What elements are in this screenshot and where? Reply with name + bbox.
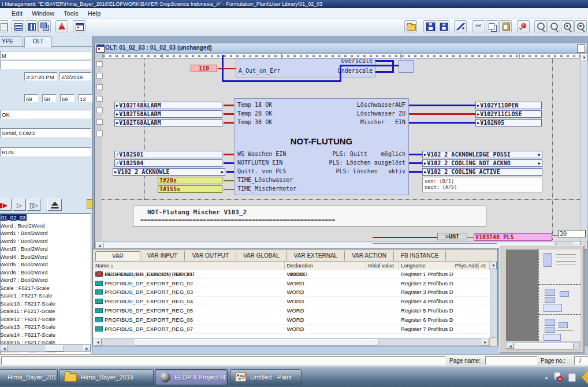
run-red-button[interactable]: ▮▶ <box>0 199 12 211</box>
copy-icon[interactable] <box>486 20 498 32</box>
input-tag-v102t58alarm[interactable]: ▶V102T58ALARM <box>114 110 222 118</box>
table-row[interactable]: PROFIBUS_DP_EXPORT_REG_03 WORD Register … <box>94 288 490 297</box>
taskbar-button-paint[interactable]: Untitled - Paint <box>230 369 302 385</box>
scroll-left-icon[interactable]: ◄ <box>507 343 514 349</box>
var-tab[interactable]: VAR <box>95 251 140 261</box>
tray-program-icon[interactable] <box>568 373 576 382</box>
secondary-field[interactable] <box>0 61 91 69</box>
step-button[interactable]: ▯▷ <box>27 199 40 211</box>
taskbar-button-hima-bayer-2[interactable]: Hima_Bayer_2019 <box>59 369 154 385</box>
input-tag-v102s01[interactable]: /V102S01 <box>114 151 222 158</box>
tile-horizontal-icon[interactable] <box>12 20 24 32</box>
date-field[interactable]: 2/2/2019 <box>59 72 91 81</box>
counter-field[interactable]: 12 <box>78 94 92 102</box>
zoom-2-icon[interactable] <box>548 20 560 32</box>
window-icon[interactable] <box>73 20 85 32</box>
counter-field[interactable]: 69 <box>24 94 39 102</box>
list-item[interactable]: Scale10 : F6217-Scale <box>1 300 91 308</box>
column-header-name[interactable]: Name ▵ <box>94 262 285 270</box>
column-header-declaration[interactable]: Declaration <box>285 262 366 270</box>
column-header-initial-value[interactable]: Initial value <box>366 262 399 270</box>
taskbar-button-elop[interactable]: ELOP II Project M... <box>155 369 228 385</box>
value-box-30[interactable]: 30 <box>558 230 586 237</box>
window-button[interactable] <box>577 44 585 53</box>
column-header-at[interactable]: At <box>479 262 490 270</box>
diagram-vscrollbar[interactable]: ▲ ▼ <box>580 53 588 241</box>
menu-item[interactable]: Window <box>27 10 59 17</box>
list-item[interactable]: Word7 : Bool2Word <box>1 276 91 284</box>
table-row[interactable]: BEGRENZUNG_BUSCOM_IMPORT WORD <box>94 270 490 279</box>
input-tag-v102-2-acknowledge[interactable]: ▶V102 2 ACKNOWLE▶ <box>113 168 225 176</box>
list-item[interactable]: Word : Bool2Word <box>1 222 91 230</box>
tile-vertical-icon[interactable] <box>25 20 38 32</box>
list-item[interactable]: Word6 : Bool2Word <box>1 269 91 277</box>
list-item[interactable]: Scale11 : F6217-Scale <box>1 307 91 315</box>
list-item[interactable]: Word3 : Bool2Word <box>1 245 91 253</box>
mode-field[interactable]: RUN <box>0 147 91 157</box>
zoom-red-icon[interactable] <box>561 20 574 32</box>
list-item[interactable]: Scale13 : F6217-Scale <box>1 323 91 331</box>
table-row[interactable]: PROFIBUS_DP_EXPORT_REG_05 WORD Register … <box>94 306 490 315</box>
zoom-icon[interactable] <box>534 20 547 32</box>
list-item[interactable]: Scale12 : F6217-Scale <box>1 315 91 323</box>
list-item[interactable]: 01_02_03 <box>1 214 91 222</box>
column-header-phys-addr[interactable]: Phys.Addr. <box>453 262 479 270</box>
scroll-thumb[interactable] <box>515 343 574 349</box>
scroll-left-icon[interactable]: ◄ <box>96 242 103 248</box>
output-tag-cooling-not-acknowledged[interactable]: ▶V102 2 COOLING NOT ACKNO▶ <box>422 159 542 167</box>
input-tag-v102s04[interactable]: /V102S04 <box>114 159 222 167</box>
play-button[interactable]: ▷ <box>13 199 26 211</box>
table-row[interactable]: PROFIBUS_DP_EXPORT_REG_07 WORD Register … <box>94 325 490 334</box>
var-tab[interactable]: VAR OUTPUT <box>185 251 236 261</box>
counter-field[interactable]: 69 <box>60 94 75 102</box>
not-flutung-block[interactable]: NOT-FLUTUNG Temp 18 OK Temp 28 OK Temp 3… <box>234 98 409 195</box>
pin-icon[interactable] <box>517 20 530 32</box>
list-item[interactable]: Word4 : Bool2Word <box>1 253 91 261</box>
output-tag-acknowledge-possible[interactable]: ▶V102 2 ACKNOWLEDGE POSSI▶ <box>422 151 542 158</box>
var-tab[interactable]: VAR ACTION <box>345 251 394 261</box>
open-folder-icon[interactable] <box>404 20 417 32</box>
var-tab[interactable]: VAR GLOBAL <box>236 251 287 261</box>
scroll-right-icon[interactable]: ► <box>83 345 91 351</box>
diagram-window-titlebar[interactable]: OLT: 01_02_03 : 01_02_03 (unchanged) <box>95 43 587 53</box>
table-row[interactable]: PROFIBUS_DP_EXPORT_REG_02 WORD Register … <box>94 279 490 288</box>
input-tag-v102t68alarm[interactable]: ▶V102T68ALARM <box>114 119 222 126</box>
zoom-red-2-icon[interactable] <box>574 20 587 32</box>
scroll-thumb[interactable] <box>135 339 378 346</box>
save-icon[interactable] <box>423 20 436 32</box>
output-tag-v102y11close[interactable]: ▶V102Y11CLOSE <box>475 110 542 118</box>
save-all-icon[interactable] <box>437 20 449 32</box>
page-overview-window[interactable]: ◄ <box>499 245 585 353</box>
signature-icon[interactable] <box>454 20 467 32</box>
document-icon[interactable] <box>0 20 8 32</box>
counter-field[interactable]: 58 <box>42 94 57 102</box>
alarm-icon[interactable]: ! <box>55 20 68 32</box>
scroll-left-icon[interactable]: ◄ <box>1 345 8 351</box>
cascade-icon[interactable] <box>38 20 51 32</box>
output-tag-cooling-active[interactable]: ▶V102 2 COOLING ACTIVE <box>422 168 542 176</box>
overview-hscrollbar[interactable]: ◄ <box>506 342 580 349</box>
time-constant-20s[interactable]: T#20s <box>158 177 222 184</box>
time-field[interactable]: 3:37:20 PM <box>24 72 57 81</box>
time-constant-155s[interactable]: T#155s <box>158 185 222 193</box>
var-hscrollbar[interactable]: ◄ ► <box>94 338 490 346</box>
tag-v103t48-pls[interactable]: V103T48 PLS <box>474 233 552 241</box>
comment-box[interactable]: NOT-Flutung Mischer V103_2 =============… <box>133 206 486 227</box>
output-tag-v102n05[interactable]: ▶V102N05 <box>475 119 542 126</box>
scroll-down-icon[interactable]: ▼ <box>581 54 587 61</box>
column-header-longname[interactable]: Longname <box>399 262 453 270</box>
value-box-110[interactable]: 110 <box>191 65 217 72</box>
list-item[interactable]: Scale1 : F6217-Scale <box>1 292 91 300</box>
jun-block[interactable] <box>399 60 414 73</box>
action-center-flag-icon[interactable]: x <box>554 373 561 379</box>
table-row[interactable]: PROFIBUS_DP_EXPORT_REG_04 WORD Register … <box>94 297 490 306</box>
paste-icon[interactable] <box>499 20 512 32</box>
menu-item[interactable]: Tools <box>59 10 83 17</box>
var-tab[interactable]: VAR INPUT <box>140 251 185 261</box>
cut-icon[interactable]: ✂ <box>472 20 485 32</box>
scroll-down-icon[interactable]: ▼ <box>490 262 497 269</box>
show-hidden-icons-icon[interactable]: ▴ <box>545 375 548 380</box>
list-item[interactable]: Word2 : Bool2Word <box>1 237 91 245</box>
menu-item[interactable]: Edit <box>7 10 27 17</box>
taskbar-button-hima-bayer-1[interactable]: Hima_Bayer_2019 <box>0 369 58 385</box>
